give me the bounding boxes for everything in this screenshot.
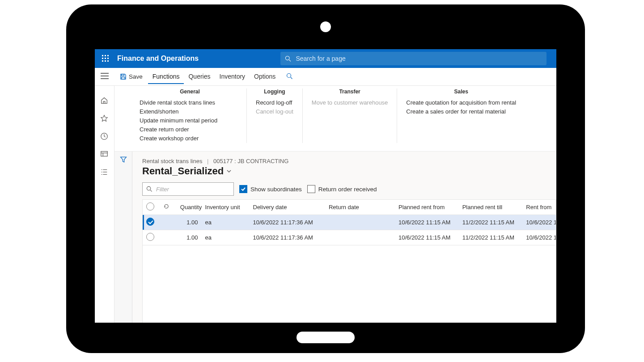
col-refresh[interactable]	[160, 200, 177, 215]
col-quantity[interactable]: Quantity	[177, 200, 202, 215]
ribbon-group-transfer: Transfer Move to customer warehouse	[303, 88, 398, 143]
grid-container: Quantity Inventory unit Delivery date Re…	[142, 199, 556, 323]
breadcrumb-separator: |	[207, 158, 208, 164]
top-bar: Finance and Operations	[95, 49, 556, 68]
col-planned-rent-till[interactable]: Planned rent till	[459, 200, 523, 215]
cell-rfrom[interactable]: 10/6/2022 11:17 AM	[522, 215, 556, 230]
cell-unit[interactable]: ea	[202, 215, 250, 230]
tab-functions[interactable]: Functions	[148, 69, 184, 84]
col-inventory-unit[interactable]: Inventory unit	[202, 200, 250, 215]
filter-input[interactable]	[155, 185, 230, 193]
cmd-extend-shorten[interactable]: Extend/shorten	[140, 107, 240, 116]
col-planned-rent-from[interactable]: Planned rent from	[395, 200, 459, 215]
ribbon-group-header: General	[140, 88, 240, 95]
app-launcher-button[interactable]	[98, 51, 113, 66]
ribbon-group-header: Sales	[406, 88, 516, 95]
svg-rect-4	[105, 58, 106, 59]
breadcrumb-item[interactable]: Rental stock trans lines	[142, 158, 202, 164]
svg-rect-3	[102, 58, 103, 59]
svg-rect-14	[122, 74, 124, 76]
global-search[interactable]	[280, 52, 547, 65]
global-search-container	[280, 52, 547, 65]
cmd-create-workshop-order[interactable]: Create workshop order	[140, 134, 240, 143]
ribbon-group-general: General Divide rental stock trans lines …	[114, 88, 247, 143]
clock-icon	[100, 132, 108, 140]
checkbox-return-order-received[interactable]: Return order received	[307, 185, 377, 193]
col-return-date[interactable]: Return date	[325, 200, 395, 215]
filter-rail	[114, 152, 132, 323]
filter-icon	[120, 156, 127, 163]
cmd-create-return-order[interactable]: Create return order	[140, 125, 240, 134]
cell-ptill[interactable]: 11/2/2022 11:15 AM	[459, 230, 523, 245]
cmd-create-quotation[interactable]: Create quotation for acquisition from re…	[406, 98, 516, 107]
refresh-icon	[163, 203, 169, 210]
action-bar: Save Functions Queries Inventory Options	[95, 68, 556, 86]
cell-quantity[interactable]: 1.00	[177, 230, 202, 245]
table-row[interactable]: 1.00ea10/6/2022 11:17:36 AM10/6/2022 11:…	[143, 230, 556, 245]
cell-rfrom[interactable]: 10/6/2022 11:17 AM	[522, 230, 556, 245]
cell-return[interactable]	[325, 215, 395, 230]
cell-select[interactable]	[143, 230, 160, 245]
cell-select[interactable]	[143, 215, 160, 230]
search-icon	[146, 186, 153, 192]
svg-rect-0	[102, 55, 103, 56]
col-delivery-date[interactable]: Delivery date	[250, 200, 325, 215]
ribbon-group-logging: Logging Record log-off Cancel log-out	[247, 88, 303, 143]
quick-filter[interactable]	[142, 182, 234, 196]
filter-pane-toggle[interactable]	[120, 156, 127, 164]
cell-unit[interactable]: ea	[202, 230, 250, 245]
nav-home[interactable]	[100, 97, 109, 105]
breadcrumb-item: 005177 : JB CONTRACTING	[213, 158, 288, 164]
cell-quantity[interactable]: 1.00	[177, 215, 202, 230]
cell-return[interactable]	[325, 230, 395, 245]
search-input[interactable]	[295, 55, 542, 63]
nav-expand-button[interactable]	[101, 73, 109, 80]
checkbox-icon	[239, 185, 247, 193]
col-rent-from[interactable]: Rent from	[522, 200, 556, 215]
cmd-update-min-rental[interactable]: Update minimum rental period	[140, 116, 240, 125]
checkbox-show-subordinates[interactable]: Show subordinates	[239, 185, 302, 193]
cell-pfrom[interactable]: 10/6/2022 11:15 AM	[395, 230, 459, 245]
table-row[interactable]: 1.00ea10/6/2022 11:17:36 AM10/6/2022 11:…	[143, 215, 556, 230]
tab-options[interactable]: Options	[250, 69, 280, 84]
cell-delivery[interactable]: 10/6/2022 11:17:36 AM	[250, 215, 325, 230]
tab-inventory[interactable]: Inventory	[215, 69, 250, 84]
nav-recents[interactable]	[100, 132, 109, 141]
cmd-divide-rental-stock[interactable]: Divide rental stock trans lines	[140, 98, 240, 107]
cell-delivery[interactable]: 10/6/2022 11:17:36 AM	[250, 230, 325, 245]
save-label: Save	[129, 73, 143, 80]
nav-favorites[interactable]	[100, 114, 109, 123]
app-screen: Finance and Operations Save Fu	[95, 49, 556, 323]
page-title-text: Rental_Serialized	[142, 165, 224, 177]
nav-workspaces[interactable]	[100, 150, 109, 159]
checkbox-icon	[307, 185, 315, 193]
grid-header-row: Quantity Inventory unit Delivery date Re…	[143, 200, 556, 215]
page-title[interactable]: Rental_Serialized	[142, 165, 556, 177]
cell-ptill[interactable]: 11/2/2022 11:15 AM	[459, 215, 523, 230]
content-area: Rental stock trans lines | 005177 : JB C…	[132, 152, 556, 323]
cmd-record-log-off[interactable]: Record log-off	[256, 98, 293, 107]
ribbon-group-header: Transfer	[312, 88, 388, 95]
tablet-frame: Finance and Operations Save Fu	[66, 4, 585, 353]
cmd-create-sales-order[interactable]: Create a sales order for rental material	[406, 107, 516, 116]
actionbar-search-button[interactable]	[286, 73, 293, 81]
svg-line-17	[291, 77, 292, 79]
svg-rect-2	[107, 55, 109, 56]
svg-rect-15	[122, 77, 125, 79]
svg-line-10	[289, 59, 291, 61]
col-select-all[interactable]	[143, 200, 160, 215]
cmd-move-to-customer-warehouse: Move to customer warehouse	[312, 98, 388, 107]
search-icon	[286, 73, 293, 80]
svg-point-9	[285, 56, 289, 60]
save-icon	[120, 73, 127, 80]
cell-pfrom[interactable]: 10/6/2022 11:15 AM	[395, 215, 459, 230]
data-grid: Quantity Inventory unit Delivery date Re…	[143, 200, 556, 245]
save-button[interactable]: Save	[114, 71, 148, 83]
nav-modules[interactable]	[100, 168, 109, 177]
waffle-icon	[102, 55, 109, 62]
hamburger-icon	[101, 73, 109, 79]
cell-refresh	[160, 215, 177, 230]
camera-dot	[320, 21, 331, 32]
functions-ribbon: General Divide rental stock trans lines …	[114, 86, 556, 151]
tab-queries[interactable]: Queries	[184, 69, 215, 84]
